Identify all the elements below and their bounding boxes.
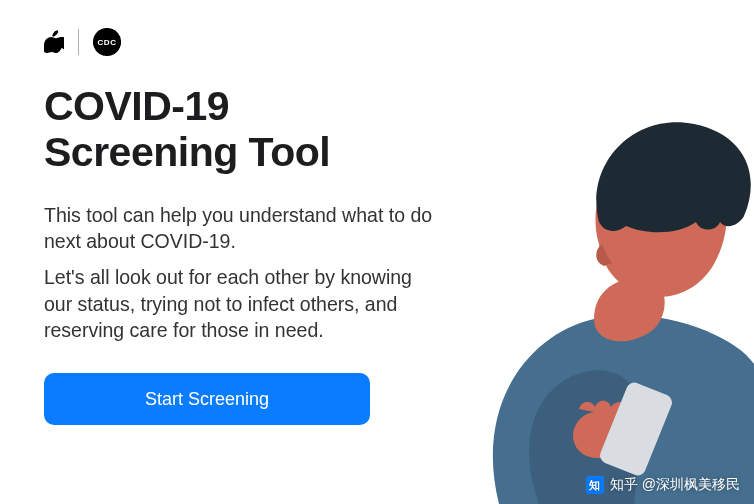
person-with-phone-illustration [444,104,754,504]
logo-row: CDC [44,28,710,56]
cdc-logo-text: CDC [98,38,117,47]
intro-body: Let's all look out for each other by kno… [44,264,414,343]
zhihu-badge-icon: 知 [586,476,604,494]
page-title: COVID-19 Screening Tool [44,84,444,176]
svg-rect-0 [598,380,675,478]
cdc-logo-icon: CDC [93,28,121,56]
main-content: COVID-19 Screening Tool This tool can he… [44,84,444,425]
apple-logo-icon [44,30,64,54]
intro-lead: This tool can help you understand what t… [44,202,444,255]
logo-divider [78,29,79,55]
screening-tool-page: CDC COVID-19 Screening Tool This tool ca… [0,0,754,504]
watermark-text: 知乎 @深圳枫美移民 [610,476,740,494]
watermark: 知 知乎 @深圳枫美移民 [586,476,740,494]
start-screening-button[interactable]: Start Screening [44,373,370,425]
